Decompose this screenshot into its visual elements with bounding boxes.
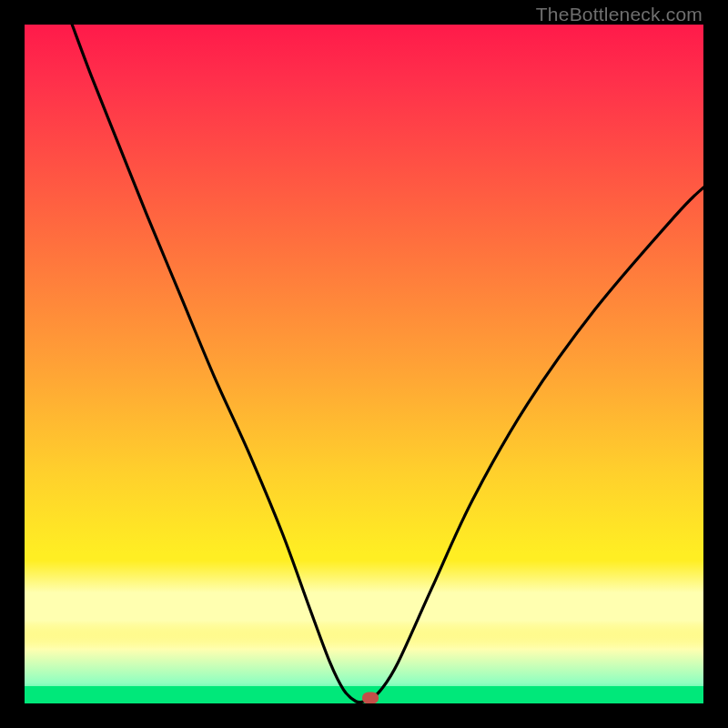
minimum-marker-icon [362,693,379,703]
bottleneck-curve [72,25,703,703]
watermark-text: TheBottleneck.com [536,4,703,25]
chart-frame: TheBottleneck.com [0,0,728,728]
curve-layer [25,25,703,703]
plot-area [25,25,703,703]
